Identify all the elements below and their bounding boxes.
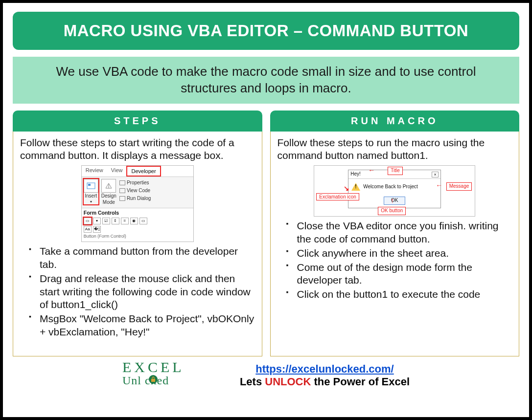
steps-list: Take a command button from the developer… <box>20 245 255 339</box>
properties-group: Properties View Code Run Dialog <box>119 179 151 202</box>
footer: EXCEL Unl cked https://excelunlocked.com… <box>13 360 519 391</box>
svg-rect-1 <box>88 184 91 186</box>
properties-icon <box>119 180 125 185</box>
list-item: Click on the button1 to execute the code <box>289 288 512 301</box>
svg-rect-3 <box>151 379 155 382</box>
tagline-post: the Power of Excel <box>311 376 410 388</box>
callout-exclamation: Exclamation icon <box>316 193 359 200</box>
tagline-unlock: UNLOCK <box>265 376 311 388</box>
form-controls-title: Form Controls <box>84 210 191 216</box>
columns-wrap: STEPS Follow these steps to start writin… <box>13 111 519 356</box>
steps-column: STEPS Follow these steps to start writin… <box>13 111 262 356</box>
form-control-caption: Button (Form Control) <box>84 234 191 240</box>
callout-message: Message <box>446 182 472 191</box>
form-control-group-icon: ▭ <box>139 218 147 224</box>
design-mode-label: Design Mode <box>101 193 116 206</box>
tab-developer: Developer <box>126 166 161 177</box>
insert-button: Insert ▾ <box>84 179 98 204</box>
page-subtitle: We use VBA code to make the macro code s… <box>13 57 519 104</box>
form-control-label-icon: Aa <box>84 226 92 233</box>
arrow-icon: ← <box>368 166 375 175</box>
footer-tagline: Lets UNLOCK the Power of Excel <box>240 376 410 388</box>
list-item: Close the VBA editor once you finish. wr… <box>289 220 512 246</box>
run-dialog-label: Run Dialog <box>127 195 151 202</box>
insert-label: Insert <box>84 193 98 199</box>
design-mode-icon <box>101 179 116 193</box>
exclamation-icon <box>351 183 360 191</box>
form-control-option-icon: ◉ <box>130 218 138 224</box>
run-macro-body: Follow these steps to run the macro usin… <box>270 132 520 356</box>
run-dialog-icon <box>119 196 125 201</box>
ribbon-diagram: Review View Developer Insert ▾ <box>20 165 255 242</box>
excel-unlocked-logo: EXCEL Unl cked <box>122 360 225 391</box>
form-control-spin-icon: ⇕ <box>112 218 119 224</box>
form-control-combo-icon: ▾ <box>93 218 101 224</box>
properties-label: Properties <box>127 179 149 187</box>
ok-button: OK <box>384 197 405 205</box>
run-intro: Follow these steps to run the macro usin… <box>278 136 512 163</box>
message-box-window: Hey! × Welcome Back to Project OK <box>348 170 441 208</box>
footer-url-link[interactable]: https://excelunlocked.com/ <box>255 363 393 375</box>
steps-body: Follow these steps to start writing the … <box>13 132 262 356</box>
list-item: Take a command button from the developer… <box>32 245 255 271</box>
run-macro-column: RUN MACRO Follow these steps to run the … <box>270 111 520 356</box>
form-control-list-icon: ≡ <box>121 218 129 224</box>
callout-ok: OK button <box>378 207 406 215</box>
steps-intro: Follow these steps to start writing the … <box>20 136 255 163</box>
insert-icon <box>84 179 98 193</box>
msgbox-title-text: Hey! <box>350 171 361 177</box>
close-icon: × <box>432 172 439 177</box>
arrow-icon: ↘ <box>344 184 349 193</box>
form-control-button-icon: ▭ <box>84 218 92 224</box>
footer-text: https://excelunlocked.com/ Lets UNLOCK t… <box>240 363 410 388</box>
list-item: Drag and release the mouse click and the… <box>32 272 255 312</box>
slide-container: MACRO USING VBA EDITOR – COMMAND BUTTON … <box>0 0 532 420</box>
steps-header: STEPS <box>13 111 262 132</box>
run-macro-header: RUN MACRO <box>270 111 520 132</box>
form-control-scroll-icon: �▯ <box>93 226 101 233</box>
logo-bottom-text: Unl cked <box>122 374 169 387</box>
list-item: Come out of the design mode form the dev… <box>289 261 512 287</box>
lock-icon <box>149 375 158 384</box>
list-item: MsgBox "Welcome Back to Project", vbOKOn… <box>32 312 255 339</box>
tagline-pre: Lets <box>240 376 265 388</box>
view-code-icon <box>119 188 125 193</box>
run-list: Close the VBA editor once you finish. wr… <box>278 220 512 301</box>
page-title: MACRO USING VBA EDITOR – COMMAND BUTTON <box>13 12 519 50</box>
list-item: Click anywhere in the sheet area. <box>289 247 512 260</box>
arrow-icon: ← <box>436 181 442 190</box>
tab-review: Review <box>82 166 107 177</box>
form-controls-panel: Form Controls ▭ ▾ ☑ ⇕ ≡ ◉ ▭ Aa �▯ <box>82 208 193 242</box>
view-code-label: View Code <box>127 187 150 195</box>
tab-view: View <box>107 166 127 177</box>
form-control-check-icon: ☑ <box>102 218 110 224</box>
msgbox-message-text: Welcome Back to Project <box>363 184 418 190</box>
arrow-icon: ↑ <box>391 197 394 205</box>
callout-title: Title <box>388 167 403 175</box>
design-mode-button: Design Mode <box>101 179 116 206</box>
logo-top-text: EXCEL <box>122 359 185 375</box>
msgbox-diagram: Hey! × Welcome Back to Project OK <box>278 165 512 217</box>
